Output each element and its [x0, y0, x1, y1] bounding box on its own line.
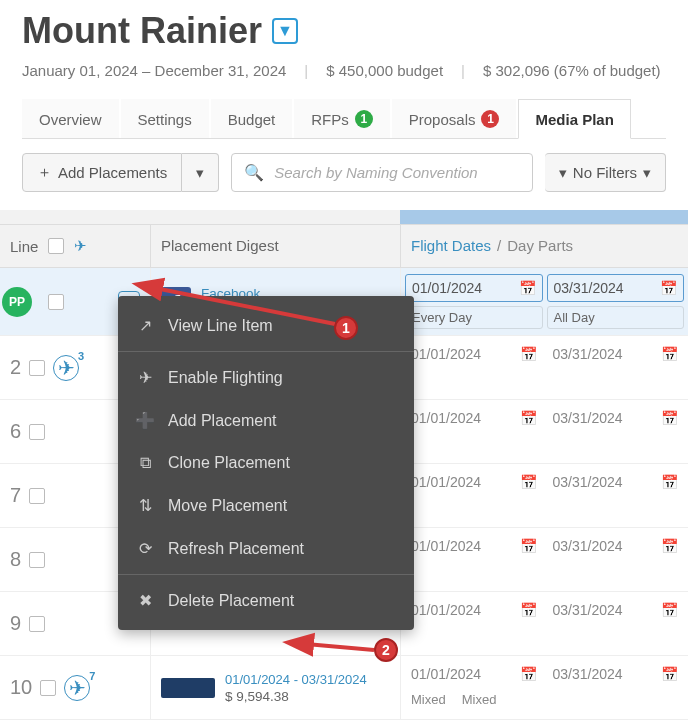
table-row: 10 ✈ 7 01/01/2024 - 03/31/2024 $ 9,594.3… — [0, 656, 688, 720]
line-number: 2 — [10, 356, 21, 379]
line-number: 8 — [10, 548, 21, 571]
calendar-icon: 📅 — [520, 346, 537, 362]
row-checkbox[interactable] — [29, 424, 45, 440]
flight-badge[interactable]: ✈ 3 — [53, 355, 79, 381]
day-parts-label: Day Parts — [507, 237, 573, 254]
menu-add-placement[interactable]: ➕ Add Placement — [118, 399, 414, 442]
caret-down-icon: ▾ — [643, 164, 651, 182]
row-checkbox[interactable] — [29, 360, 45, 376]
tab-media-plan[interactable]: Media Plan — [518, 99, 630, 139]
col-digest: Placement Digest — [150, 225, 400, 267]
calendar-icon: 📅 — [661, 346, 678, 362]
annotation-badge-2: 2 — [374, 638, 398, 662]
menu-delete-placement[interactable]: ✖ Delete Placement — [118, 579, 414, 622]
row-checkbox[interactable] — [48, 294, 64, 310]
move-icon: ⇅ — [136, 496, 154, 515]
date-range: January 01, 2024 – December 31, 2024 — [22, 62, 286, 79]
annotation-badge-1: 1 — [334, 316, 358, 340]
calendar-icon: 📅 — [661, 410, 678, 426]
plane-icon: ✈ — [58, 356, 75, 380]
menu-refresh-placement[interactable]: ⟳ Refresh Placement — [118, 527, 414, 570]
plus-circle-icon: ➕ — [136, 411, 154, 430]
page-title: Mount Rainier — [22, 10, 262, 52]
caret-down-icon: ▾ — [196, 164, 204, 182]
calendar-icon: 📅 — [661, 474, 678, 490]
menu-clone-placement[interactable]: ⧉ Clone Placement — [118, 442, 414, 484]
daypart-time[interactable]: All Day — [547, 306, 685, 329]
tab-rfps[interactable]: RFPs 1 — [294, 99, 390, 138]
search-input[interactable] — [272, 163, 520, 182]
caret-down-icon: ▼ — [277, 22, 293, 40]
filters-button[interactable]: ▾ No Filters ▾ — [545, 153, 666, 192]
plane-icon: ✈ — [136, 368, 154, 387]
calendar-icon: 📅 — [520, 474, 537, 490]
tab-proposals[interactable]: Proposals 1 — [392, 99, 517, 138]
plane-icon: ✈ — [69, 676, 86, 700]
menu-view-line-item[interactable]: ↗ View Line Item — [118, 304, 414, 347]
menu-move-placement[interactable]: ⇅ Move Placement — [118, 484, 414, 527]
menu-enable-flighting[interactable]: ✈ Enable Flighting — [118, 356, 414, 399]
add-placements-button[interactable]: ＋ Add Placements — [22, 153, 182, 192]
separator: | — [304, 62, 308, 79]
line-number: 10 — [10, 676, 32, 699]
copy-icon: ⧉ — [136, 454, 154, 472]
calendar-icon: 📅 — [661, 602, 678, 618]
flight-badge[interactable]: ✈ 7 — [64, 675, 90, 701]
search-box[interactable]: 🔍 — [231, 153, 533, 192]
calendar-icon: 📅 — [520, 410, 537, 426]
calendar-icon: 📅 — [519, 280, 536, 296]
refresh-icon: ⟳ — [136, 539, 154, 558]
title-dropdown-toggle[interactable]: ▼ — [272, 18, 298, 44]
daypart-mixed: Mixed — [456, 690, 503, 709]
flight-band — [400, 210, 688, 224]
rfps-badge: 1 — [355, 110, 373, 128]
daypart-mixed: Mixed — [405, 690, 452, 709]
tab-settings[interactable]: Settings — [121, 99, 209, 138]
pp-avatar: PP — [2, 287, 32, 317]
placement-cost: $ 9,594.38 — [225, 689, 367, 704]
plane-icon: ✈ — [74, 237, 87, 255]
calendar-icon: 📅 — [520, 666, 537, 682]
filter-icon: ▾ — [559, 164, 567, 182]
row-checkbox[interactable] — [29, 488, 45, 504]
close-icon: ✖ — [136, 591, 154, 610]
line-number: 6 — [10, 420, 21, 443]
calendar-icon: 📅 — [661, 538, 678, 554]
budget-amount: $ 450,000 budget — [326, 62, 443, 79]
calendar-icon: 📅 — [520, 538, 537, 554]
row-checkbox[interactable] — [29, 616, 45, 632]
calendar-icon: 📅 — [660, 280, 677, 296]
start-date-input[interactable]: 01/01/2024 📅 — [405, 274, 543, 302]
placement-dates: 01/01/2024 - 03/31/2024 — [225, 672, 367, 687]
menu-divider — [118, 574, 414, 575]
proposals-badge: 1 — [481, 110, 499, 128]
calendar-icon: 📅 — [661, 666, 678, 682]
end-date-input[interactable]: 03/31/2024 📅 — [547, 274, 685, 302]
tab-overview[interactable]: Overview — [22, 99, 119, 138]
col-flight: Flight Dates / Day Parts — [400, 225, 688, 267]
line-number: 7 — [10, 484, 21, 507]
tab-bar: Overview Settings Budget RFPs 1 Proposal… — [22, 99, 666, 139]
row-checkbox[interactable] — [40, 680, 56, 696]
context-menu: ↗ View Line Item ✈ Enable Flighting ➕ Ad… — [118, 296, 414, 630]
provider-logo — [161, 678, 215, 698]
daypart-day[interactable]: Every Day — [405, 306, 543, 329]
plus-icon: ＋ — [37, 163, 52, 182]
separator: | — [461, 62, 465, 79]
col-line: Line ✈ — [0, 225, 150, 267]
spent-amount: $ 302,096 (67% of budget) — [483, 62, 661, 79]
flight-dates-label[interactable]: Flight Dates — [411, 237, 491, 254]
search-icon: 🔍 — [244, 163, 264, 182]
tab-budget[interactable]: Budget — [211, 99, 293, 138]
line-number: 9 — [10, 612, 21, 635]
select-all-checkbox[interactable] — [48, 238, 64, 254]
menu-divider — [118, 351, 414, 352]
add-placements-dropdown[interactable]: ▾ — [182, 153, 219, 192]
external-link-icon: ↗ — [136, 316, 154, 335]
row-checkbox[interactable] — [29, 552, 45, 568]
calendar-icon: 📅 — [520, 602, 537, 618]
